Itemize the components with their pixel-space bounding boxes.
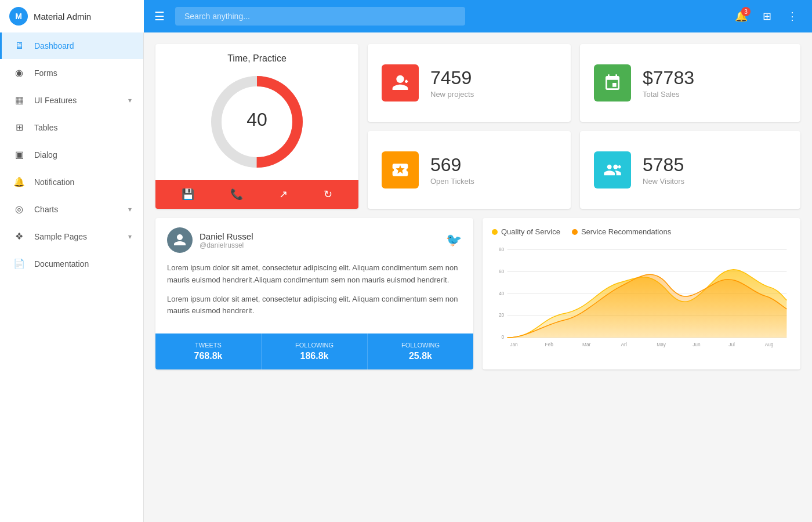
stat-label-open-tickets: Open Tickets [430,177,474,186]
area-chart: 80 60 40 20 0 [492,243,791,357]
new-projects-icon-box [382,64,419,102]
stat-number-new-projects: 7459 [430,67,474,89]
following1-value: 186.8k [266,351,362,361]
sidebar-label-ui-features: UI Features [34,96,119,105]
chevron-down-icon: ▾ [128,96,132,104]
tweet-user-info: Daniel Russel @danielrussel [200,231,253,249]
twitter-icon: 🐦 [446,233,462,248]
sidebar: 🖥 Dashboard ◉ Forms ▦ UI Features ▾ ⊞ Ta… [0,32,144,522]
svg-text:May: May [657,342,666,347]
sidebar-label-tables: Tables [34,123,132,132]
stat-label-new-projects: New projects [430,90,474,99]
svg-text:Feb: Feb [545,342,553,347]
sidebar-item-dashboard[interactable]: 🖥 Dashboard [0,32,143,59]
chevron-down-icon-sample: ▾ [128,233,132,241]
following2-label: FOLLOWING [372,342,469,349]
sidebar-item-documentation[interactable]: 📄 Documentation [0,250,143,277]
more-button[interactable]: ⋮ [782,6,803,27]
donut-body: 40 [155,64,358,180]
stat-info-total-sales: $7783 Total Sales [643,67,694,99]
stat-card-new-projects: 7459 New projects [368,44,571,122]
dashboard-icon: 🖥 [13,41,25,51]
sample-pages-icon: ❖ [13,231,25,242]
quality-dot [492,229,498,235]
sidebar-label-forms: Forms [34,68,132,78]
stat-number-open-tickets: 569 [430,154,474,176]
notification-button[interactable]: 🔔 3 [731,6,752,27]
tweets-value: 768.8k [160,351,256,361]
tweet-stat-following1: FOLLOWING 186.8k [262,334,368,369]
dialog-icon: ▣ [13,149,25,160]
svg-text:Jun: Jun [693,342,701,347]
sidebar-item-ui-features[interactable]: ▦ UI Features ▾ [0,86,143,114]
tweet-card: Daniel Russel @danielrussel 🐦 Lorem ipsu… [155,218,473,369]
legend-recommendations: Service Recommendations [572,227,671,236]
sidebar-item-sample-pages[interactable]: ❖ Sample Pages ▾ [0,223,143,250]
sidebar-item-dialog[interactable]: ▣ Dialog [0,141,143,168]
svg-text:40: 40 [499,291,505,296]
topbar-actions: 🔔 3 ⊞ ⋮ [731,6,812,27]
search-input[interactable] [175,7,465,26]
sidebar-item-tables[interactable]: ⊞ Tables [0,114,143,141]
sidebar-label-dashboard: Dashboard [34,41,132,50]
donut-chart: 40 [205,70,309,174]
total-sales-icon-box [594,64,631,102]
user-avatar [167,227,193,253]
svg-text:40: 40 [246,109,267,130]
sidebar-item-forms[interactable]: ◉ Forms [0,59,143,86]
grid-button[interactable]: ⊞ [756,6,777,27]
svg-text:Jul: Jul [728,342,735,347]
menu-icon[interactable]: ☰ [144,9,175,23]
donut-card: Time, Practice 40 💾 📞 ↗ ↻ [155,44,358,209]
new-visitors-icon-box [594,151,631,188]
stat-number-total-sales: $7783 [643,67,694,89]
tables-icon: ⊞ [13,122,25,133]
stats-grid: 7459 New projects $7783 Total Sales Time… [155,44,800,209]
brand: M Material Admin [0,0,144,32]
svg-text:Arl: Arl [621,342,627,347]
donut-save-button[interactable]: 💾 [182,188,194,201]
tweet-footer: TWEETS 768.8k FOLLOWING 186.8k FOLLOWING… [155,334,473,369]
svg-text:80: 80 [499,246,505,252]
documentation-icon: 📄 [13,258,25,269]
svg-text:0: 0 [502,334,505,340]
stat-info-new-projects: 7459 New projects [430,67,474,99]
stat-card-total-sales: $7783 Total Sales [580,44,800,122]
stat-info-new-visitors: 5785 New Visitors [643,154,684,186]
legend-recommendations-label: Service Recommendations [581,227,671,236]
chart-legend: Quality of Service Service Recommendatio… [492,227,791,236]
tweet-header: Daniel Russel @danielrussel 🐦 [155,218,473,262]
open-tickets-icon-box [382,151,419,188]
sidebar-label-documentation: Documentation [34,259,132,269]
sidebar-label-notification: Notification [34,177,132,187]
tweet-text-1: Lorem ipsum dolor sit amet, consectetur … [167,262,462,287]
donut-phone-button[interactable]: 📞 [230,188,243,201]
sidebar-label-dialog: Dialog [34,150,132,160]
following2-value: 25.8k [372,351,469,361]
charts-icon: ◎ [13,204,25,215]
legend-quality-label: Quality of Service [501,227,560,236]
stat-info-open-tickets: 569 Open Tickets [430,154,474,186]
sidebar-label-sample-pages: Sample Pages [34,232,119,241]
sidebar-label-charts: Charts [34,205,119,214]
stat-card-new-visitors: 5785 New Visitors [580,131,800,209]
sidebar-item-notification[interactable]: 🔔 Notification [0,168,143,195]
svg-text:Mar: Mar [582,342,591,347]
svg-text:20: 20 [499,312,505,318]
stat-label-total-sales: Total Sales [643,90,694,99]
svg-text:60: 60 [499,269,505,274]
tweets-label: TWEETS [160,342,256,349]
layout: 🖥 Dashboard ◉ Forms ▦ UI Features ▾ ⊞ Ta… [0,32,812,522]
sidebar-item-charts[interactable]: ◎ Charts ▾ [0,195,143,223]
brand-name: Material Admin [34,12,91,21]
following1-label: FOLLOWING [266,342,362,349]
main-content: 7459 New projects $7783 Total Sales Time… [144,32,812,522]
brand-avatar: M [9,7,28,26]
bottom-grid: Daniel Russel @danielrussel 🐦 Lorem ipsu… [155,218,800,369]
stat-card-open-tickets: 569 Open Tickets [368,131,571,209]
donut-share-button[interactable]: ↗ [279,188,288,201]
tweet-body: Lorem ipsum dolor sit amet, consectetur … [155,262,473,334]
notification-badge: 3 [741,7,751,16]
donut-refresh-button[interactable]: ↻ [324,188,332,201]
legend-quality: Quality of Service [492,227,560,236]
